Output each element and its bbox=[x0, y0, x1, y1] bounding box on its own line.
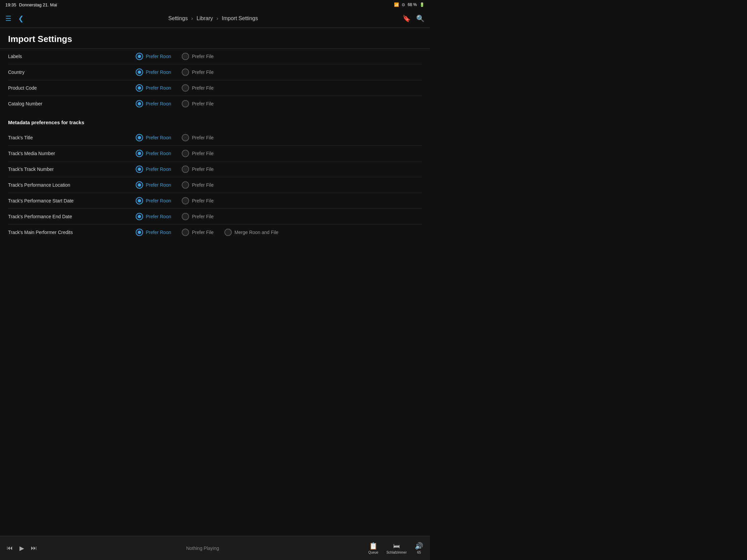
radio-option[interactable]: Prefer Roon bbox=[136, 165, 171, 173]
setting-row: Track's Track NumberPrefer RoonPrefer Fi… bbox=[8, 161, 422, 177]
radio-circle bbox=[136, 53, 143, 60]
radio-option[interactable]: Prefer File bbox=[182, 150, 214, 157]
radio-option[interactable]: Prefer File bbox=[182, 181, 214, 189]
setting-options: Prefer RoonPrefer File bbox=[136, 134, 214, 141]
radio-circle bbox=[136, 134, 143, 141]
radio-option[interactable]: Prefer File bbox=[182, 100, 214, 107]
radio-circle bbox=[182, 150, 189, 157]
breadcrumb: Settings › Library › Import Settings bbox=[168, 16, 258, 22]
setting-label: Labels bbox=[8, 54, 136, 59]
search-nav-icon[interactable]: 🔍 bbox=[416, 15, 424, 23]
breadcrumb-library[interactable]: Library bbox=[197, 16, 213, 21]
track-section-header: Metadata preferences for tracks bbox=[8, 111, 422, 130]
radio-circle bbox=[182, 53, 189, 60]
breadcrumb-settings[interactable]: Settings bbox=[168, 16, 188, 21]
radio-option[interactable]: Prefer Roon bbox=[136, 69, 171, 76]
radio-circle bbox=[136, 69, 143, 76]
battery-status: 68 % bbox=[408, 2, 417, 7]
setting-row: Track's Performance LocationPrefer RoonP… bbox=[8, 177, 422, 193]
setting-options: Prefer RoonPrefer File bbox=[136, 53, 214, 60]
setting-options: Prefer RoonPrefer File bbox=[136, 69, 214, 76]
target-icon: ⊙ bbox=[402, 2, 405, 7]
status-bar: 19:35 Donnerstag 21. Mai 📶 ⊙ 68 % 🔋 bbox=[0, 0, 430, 9]
radio-option[interactable]: Prefer Roon bbox=[136, 229, 171, 236]
radio-circle bbox=[136, 100, 143, 107]
setting-options: Prefer RoonPrefer FileMerge Roon and Fil… bbox=[136, 229, 279, 236]
radio-option[interactable]: Prefer File bbox=[182, 53, 214, 60]
radio-label: Prefer File bbox=[192, 151, 214, 156]
radio-circle bbox=[136, 181, 143, 189]
radio-circle bbox=[182, 84, 189, 92]
hamburger-icon[interactable]: ☰ bbox=[5, 15, 11, 23]
setting-label: Track's Title bbox=[8, 135, 136, 140]
radio-option[interactable]: Prefer File bbox=[182, 165, 214, 173]
radio-circle bbox=[136, 197, 143, 205]
radio-option[interactable]: Prefer Roon bbox=[136, 150, 171, 157]
radio-option[interactable]: Prefer Roon bbox=[136, 84, 171, 92]
radio-circle bbox=[224, 229, 232, 236]
radio-option[interactable]: Prefer File bbox=[182, 84, 214, 92]
radio-circle bbox=[182, 134, 189, 141]
radio-circle bbox=[182, 197, 189, 205]
setting-row: Track's TitlePrefer RoonPrefer File bbox=[8, 130, 422, 146]
setting-options: Prefer RoonPrefer File bbox=[136, 84, 214, 92]
setting-label: Track's Performance Start Date bbox=[8, 198, 136, 204]
setting-row: Product CodePrefer RoonPrefer File bbox=[8, 80, 422, 96]
radio-option[interactable]: Merge Roon and File bbox=[224, 229, 279, 236]
status-date: Donnerstag 21. Mai bbox=[19, 2, 57, 7]
radio-circle bbox=[182, 69, 189, 76]
setting-options: Prefer RoonPrefer File bbox=[136, 197, 214, 205]
setting-row: Track's Media NumberPrefer RoonPrefer Fi… bbox=[8, 146, 422, 161]
setting-label: Catalog Number bbox=[8, 101, 136, 106]
album-settings-group: LabelsPrefer RoonPrefer FileCountryPrefe… bbox=[8, 49, 422, 111]
setting-row: Track's Main Performer CreditsPrefer Roo… bbox=[8, 224, 422, 240]
track-settings-group: Track's TitlePrefer RoonPrefer FileTrack… bbox=[8, 130, 422, 240]
radio-option[interactable]: Prefer Roon bbox=[136, 213, 171, 220]
battery-icon: 🔋 bbox=[419, 2, 424, 7]
setting-options: Prefer RoonPrefer File bbox=[136, 100, 214, 107]
radio-circle bbox=[136, 229, 143, 236]
radio-label: Prefer Roon bbox=[146, 198, 171, 204]
radio-label: Prefer Roon bbox=[146, 151, 171, 156]
radio-option[interactable]: Prefer File bbox=[182, 229, 214, 236]
radio-circle bbox=[136, 213, 143, 220]
radio-option[interactable]: Prefer Roon bbox=[136, 197, 171, 205]
page-title: Import Settings bbox=[0, 28, 430, 48]
radio-option[interactable]: Prefer Roon bbox=[136, 100, 171, 107]
radio-label: Prefer File bbox=[192, 198, 214, 204]
radio-option[interactable]: Prefer File bbox=[182, 69, 214, 76]
radio-circle bbox=[182, 213, 189, 220]
radio-label: Prefer Roon bbox=[146, 214, 171, 219]
breadcrumb-import-settings[interactable]: Import Settings bbox=[222, 16, 258, 21]
bookmark-icon[interactable]: 🔖 bbox=[403, 15, 411, 23]
radio-label: Prefer File bbox=[192, 54, 214, 59]
radio-circle bbox=[136, 150, 143, 157]
content-area: Import Settings LabelsPrefer RoonPrefer … bbox=[0, 28, 430, 267]
radio-label: Prefer File bbox=[192, 135, 214, 140]
radio-label: Prefer File bbox=[192, 70, 214, 75]
radio-label: Prefer Roon bbox=[146, 166, 171, 172]
setting-label: Track's Performance Location bbox=[8, 182, 136, 188]
setting-row: Track's Performance Start DatePrefer Roo… bbox=[8, 193, 422, 209]
radio-label: Prefer Roon bbox=[146, 135, 171, 140]
radio-option[interactable]: Prefer Roon bbox=[136, 134, 171, 141]
setting-label: Track's Media Number bbox=[8, 151, 136, 156]
back-icon[interactable]: ❮ bbox=[18, 15, 24, 23]
status-time: 19:35 bbox=[5, 2, 17, 7]
radio-circle bbox=[136, 165, 143, 173]
radio-label: Prefer Roon bbox=[146, 70, 171, 75]
radio-label: Prefer Roon bbox=[146, 54, 171, 59]
radio-option[interactable]: Prefer File bbox=[182, 134, 214, 141]
setting-row: Catalog NumberPrefer RoonPrefer File bbox=[8, 96, 422, 111]
radio-circle bbox=[182, 181, 189, 189]
radio-option[interactable]: Prefer File bbox=[182, 213, 214, 220]
setting-options: Prefer RoonPrefer File bbox=[136, 150, 214, 157]
wifi-icon: 📶 bbox=[394, 2, 399, 7]
setting-options: Prefer RoonPrefer File bbox=[136, 213, 214, 220]
radio-circle bbox=[182, 229, 189, 236]
radio-label: Prefer File bbox=[192, 166, 214, 172]
radio-option[interactable]: Prefer Roon bbox=[136, 181, 171, 189]
radio-option[interactable]: Prefer File bbox=[182, 197, 214, 205]
radio-option[interactable]: Prefer Roon bbox=[136, 53, 171, 60]
radio-label: Prefer Roon bbox=[146, 182, 171, 188]
